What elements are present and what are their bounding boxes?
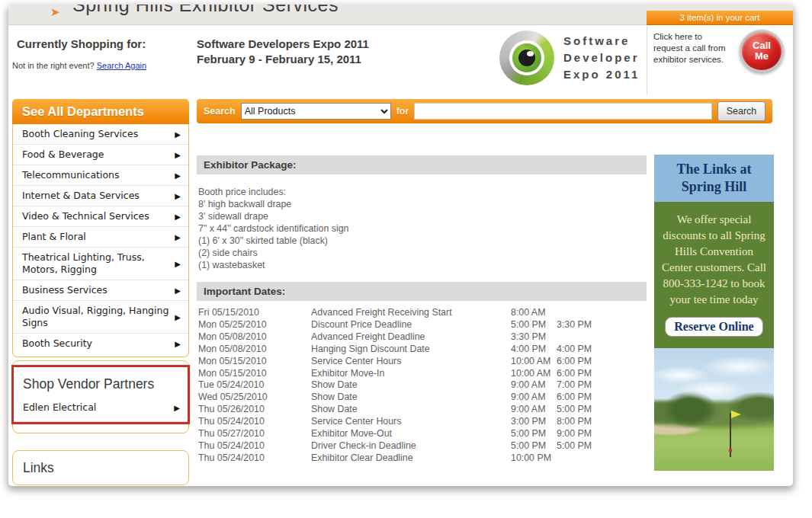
reserve-online-button[interactable]: Reserve Online bbox=[665, 317, 762, 337]
date-cell: Fri 05/15/2010 bbox=[198, 307, 311, 319]
wrong-event-text: Not in the right event? Search Again bbox=[12, 61, 146, 70]
start-time-cell: 10:00 PM bbox=[511, 452, 557, 465]
package-line: 3' sidewall drape bbox=[198, 210, 647, 222]
department-item[interactable]: Booth Security ▶ bbox=[13, 334, 188, 353]
department-item[interactable]: Theatrical Lighting, Truss, Motors, Rigg… bbox=[13, 248, 188, 280]
end-time-cell: 6:00 PM bbox=[557, 368, 610, 380]
department-label: Theatrical Lighting, Truss, Motors, Rigg… bbox=[22, 251, 170, 276]
search-again-link[interactable]: Search Again bbox=[97, 61, 146, 70]
department-label: Internet & Data Services bbox=[22, 190, 170, 202]
department-item[interactable]: Video & Technical Services ▶ bbox=[13, 206, 188, 227]
search-input[interactable] bbox=[414, 103, 712, 120]
page-title: Spring Hills Exhibitor Services bbox=[72, 5, 339, 16]
start-time-cell: 4:00 PM bbox=[511, 344, 557, 356]
search-label: Search bbox=[204, 106, 236, 117]
department-label: Food & Beverage bbox=[22, 149, 170, 161]
call-me-button[interactable]: Call Me bbox=[740, 30, 784, 72]
department-label: Business Services bbox=[22, 284, 170, 296]
date-cell: Thu 05/27/2010 bbox=[198, 428, 311, 440]
date-cell: Thu 05/26/2010 bbox=[198, 404, 311, 416]
chevron-right-icon: ▶ bbox=[174, 404, 180, 412]
start-time-cell: 5:00 PM bbox=[511, 319, 557, 331]
exhibitor-package-header: Exhibitor Package: bbox=[197, 155, 647, 174]
page-card: ➤ Spring Hills Exhibitor Services 3 item… bbox=[8, 5, 793, 486]
search-category-select[interactable]: All Products bbox=[241, 103, 391, 120]
event-name: Software Developers Expo 2011 bbox=[197, 37, 369, 52]
vendor-partners-box: Shop Vendor Partners Edlen Electrical ▶ bbox=[12, 360, 189, 433]
chevron-right-icon: ▶ bbox=[175, 171, 181, 180]
end-time-cell: 4:00 PM bbox=[557, 344, 610, 356]
event-cell: Advanced Freight Receiving Start bbox=[311, 307, 511, 319]
chevron-right-icon: ▶ bbox=[175, 213, 181, 221]
cart-status-bar[interactable]: 3 item(s) in your cart bbox=[647, 11, 793, 25]
date-row: Mon 05/15/2010 Service Center Hours 10:0… bbox=[198, 356, 647, 368]
event-dates: February 9 - February 15, 2011 bbox=[197, 52, 369, 67]
date-cell: Mon 05/15/2010 bbox=[198, 368, 311, 380]
links-heading: Links bbox=[23, 460, 188, 476]
date-row: Mon 05/15/2010 Exhibitor Move-In 10:00 A… bbox=[198, 368, 647, 380]
chevron-right-icon: ▶ bbox=[175, 130, 181, 139]
date-cell: Mon 05/08/2010 bbox=[198, 344, 311, 356]
department-item[interactable]: Business Services ▶ bbox=[13, 280, 188, 301]
golf-ad-body: We offer special discounts to all Spring… bbox=[654, 202, 774, 348]
start-time-cell: 9:00 AM bbox=[511, 392, 557, 404]
logo-text: SoftwareDeveloperExpo 2011 bbox=[563, 33, 640, 83]
date-row: Thu 05/27/2010 Exhibitor Move-Out 5:00 P… bbox=[198, 428, 647, 440]
event-cell: Show Date bbox=[311, 392, 511, 404]
package-line: (1) 6' x 30" skirted table (black) bbox=[198, 235, 647, 247]
event-cell: Service Center Hours bbox=[311, 356, 511, 368]
event-cell: Service Center Hours bbox=[311, 416, 511, 428]
golf-flag-marker bbox=[729, 449, 732, 452]
important-dates-table: Fri 05/15/2010 Advanced Freight Receivin… bbox=[197, 307, 647, 465]
start-time-cell: 10:00 AM bbox=[511, 368, 557, 380]
date-row: Tue 05/24/2010 Show Date 9:00 AM 7:00 PM bbox=[198, 379, 647, 392]
chevron-right-icon: ▶ bbox=[175, 313, 181, 321]
vendor-partners-list: Edlen Electrical ▶ bbox=[14, 400, 188, 422]
date-row: Thu 05/24/2010 Service Center Hours 3:00… bbox=[198, 416, 647, 428]
end-time-cell: 9:00 PM bbox=[557, 428, 610, 440]
chevron-right-icon: ▶ bbox=[175, 192, 181, 200]
package-line: Booth price includes: bbox=[198, 186, 647, 198]
package-line: 8' high backwall drape bbox=[198, 198, 647, 210]
currently-shopping-label: Currently Shopping for: bbox=[17, 37, 146, 50]
end-time-cell: 6:00 PM bbox=[557, 392, 610, 404]
expo-logo: SoftwareDeveloperExpo 2011 bbox=[499, 30, 640, 85]
important-dates-header: Important Dates: bbox=[197, 282, 647, 301]
start-time-cell: 3:00 PM bbox=[511, 416, 557, 428]
end-time-cell: 6:00 PM bbox=[557, 356, 610, 368]
wrong-event-question: Not in the right event? bbox=[12, 61, 97, 70]
start-time-cell: 8:00 AM bbox=[511, 307, 557, 319]
vendor-item[interactable]: Edlen Electrical ▶ bbox=[14, 400, 188, 422]
search-button[interactable]: Search bbox=[717, 101, 765, 121]
golf-ad-text: We offer special discounts to all Spring… bbox=[662, 213, 766, 305]
department-item[interactable]: Plant & Floral ▶ bbox=[13, 227, 188, 248]
vendor-partners-heading: Shop Vendor Partners bbox=[14, 372, 188, 400]
start-time-cell: 5:00 PM bbox=[511, 440, 557, 452]
main-content: Exhibitor Package: Booth price includes:… bbox=[197, 134, 647, 465]
package-line: 7" x 44" cardstock identification sign bbox=[198, 222, 647, 235]
golf-ad: The Links at Spring Hill We offer specia… bbox=[654, 155, 774, 471]
department-item[interactable]: Food & Beverage ▶ bbox=[13, 145, 188, 165]
department-item[interactable]: Internet & Data Services ▶ bbox=[13, 186, 188, 206]
breadcrumb-arrow-icon: ➤ bbox=[50, 5, 60, 19]
eye-logo-icon bbox=[499, 30, 554, 85]
chevron-right-icon: ▶ bbox=[175, 340, 181, 348]
logo-text-line: Developer bbox=[563, 50, 640, 66]
chevron-right-icon: ▶ bbox=[175, 233, 181, 241]
departments-header: See All Departments bbox=[12, 99, 189, 124]
package-line: (1) wastebasket bbox=[198, 259, 647, 271]
start-time-cell: 10:00 AM bbox=[511, 356, 557, 368]
department-item[interactable]: Audio Visual, Rigging, Hanging Signs ▶ bbox=[13, 301, 188, 334]
event-cell: Advanced Freight Deadline bbox=[311, 331, 511, 344]
department-item[interactable]: Telecommunications ▶ bbox=[13, 165, 188, 186]
date-row: Thu 05/24/2010 Exhibitor Clear Deadline … bbox=[198, 452, 647, 465]
date-cell: Mon 05/08/2010 bbox=[198, 331, 311, 344]
department-item[interactable]: Booth Cleaning Services ▶ bbox=[13, 124, 188, 145]
date-row: Thu 05/26/2010 Show Date 9:00 AM 5:00 PM bbox=[198, 404, 647, 416]
golf-course-photo bbox=[654, 348, 774, 471]
date-cell: Thu 05/24/2010 bbox=[198, 416, 311, 428]
call-request-text: Click here to request a call from exhibi… bbox=[653, 31, 733, 66]
event-cell: Discount Price Deadline bbox=[311, 319, 511, 331]
date-row: Thu 05/24/2010 Driver Check-in Deadline … bbox=[198, 440, 647, 452]
department-label: Video & Technical Services bbox=[22, 210, 170, 222]
